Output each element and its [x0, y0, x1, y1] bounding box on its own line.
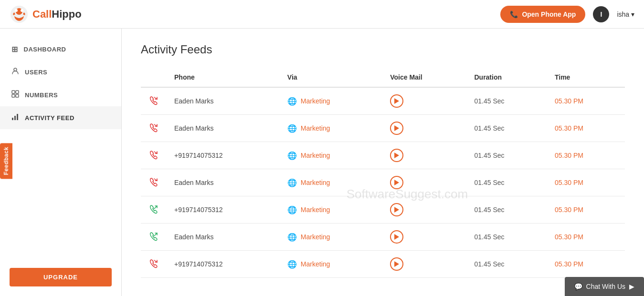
- via-label: Marketing: [301, 179, 330, 186]
- duration-cell: 01.45 Sec: [466, 251, 547, 278]
- voicemail-cell[interactable]: [382, 196, 466, 224]
- time-value: 05.30 PM: [555, 152, 583, 159]
- time-cell: 05.30 PM: [547, 169, 625, 196]
- via-cell: 🌐 Marketing: [280, 115, 382, 142]
- voicemail-cell[interactable]: [382, 142, 466, 169]
- sidebar-item-activity-feed[interactable]: ACTIVITY FEED: [0, 106, 121, 129]
- duration-cell: 01.45 Sec: [466, 142, 547, 169]
- via-cell: 🌐 Marketing: [280, 251, 382, 278]
- open-phone-button[interactable]: 📞 Open Phone App: [500, 6, 585, 23]
- phone-cell: +919714075312: [167, 142, 280, 169]
- globe-icon: 🌐: [287, 205, 297, 214]
- svg-marker-23: [394, 234, 399, 240]
- duration-value: 01.45 Sec: [474, 233, 504, 241]
- svg-marker-15: [394, 125, 399, 131]
- sidebar-item-users[interactable]: USERS: [0, 61, 121, 83]
- user-avatar: I: [593, 6, 609, 22]
- time-value: 05.30 PM: [555, 233, 583, 241]
- duration-value: 01.45 Sec: [474, 124, 504, 132]
- sidebar-label-numbers: NUMBERS: [25, 92, 58, 99]
- chat-icon: 💬: [574, 283, 582, 290]
- svg-point-3: [21, 9, 23, 12]
- duration-value: 01.45 Sec: [474, 260, 504, 268]
- svg-marker-25: [394, 261, 399, 267]
- via-cell: 🌐 Marketing: [280, 196, 382, 224]
- activity-table: Phone Via Voice Mail Duration Time: [141, 68, 625, 278]
- via-cell: 🌐 Marketing: [280, 87, 382, 115]
- globe-icon: 🌐: [287, 260, 297, 269]
- duration-cell: 01.45 Sec: [466, 169, 547, 196]
- time-cell: 05.30 PM: [547, 87, 625, 115]
- phone-cell: Eaden Marks: [167, 224, 280, 251]
- via-cell: 🌐 Marketing: [280, 169, 382, 196]
- svg-rect-5: [12, 91, 15, 93]
- call-type-cell: [141, 87, 167, 115]
- phone-cell: +919714075312: [167, 196, 280, 224]
- chat-arrow-icon: ▶: [629, 283, 634, 290]
- outgoing-call-icon: [148, 204, 159, 214]
- chat-button[interactable]: 💬 Chat With Us ▶: [565, 277, 644, 296]
- voicemail-cell[interactable]: [382, 87, 466, 115]
- col-header-phone: Phone: [167, 68, 280, 87]
- via-label: Marketing: [301, 260, 330, 268]
- sidebar-label-users: USERS: [25, 69, 47, 76]
- col-header-icon: [141, 68, 167, 87]
- globe-icon: 🌐: [287, 233, 297, 242]
- user-dropdown-arrow: ▾: [631, 10, 634, 18]
- voicemail-cell[interactable]: [382, 224, 466, 251]
- svg-marker-21: [394, 207, 399, 213]
- sidebar-label-dashboard: DASHBOARD: [24, 46, 66, 53]
- open-phone-label: Open Phone App: [522, 10, 576, 18]
- svg-rect-9: [12, 118, 13, 120]
- call-type-cell: [141, 169, 167, 196]
- play-button[interactable]: [390, 203, 403, 216]
- play-button[interactable]: [390, 257, 403, 271]
- incoming-call-icon: [148, 150, 159, 160]
- logo-text: CallHippo: [32, 8, 82, 20]
- play-button[interactable]: [390, 122, 403, 135]
- globe-icon: 🌐: [287, 151, 297, 160]
- col-header-voicemail: Voice Mail: [382, 68, 466, 87]
- time-value: 05.30 PM: [555, 97, 583, 105]
- user-name-dropdown[interactable]: isha ▾: [617, 10, 634, 18]
- play-button[interactable]: [390, 94, 403, 108]
- chat-label: Chat With Us: [586, 283, 625, 290]
- col-header-time: Time: [547, 68, 625, 87]
- via-label: Marketing: [301, 152, 330, 159]
- duration-value: 01.45 Sec: [474, 179, 504, 186]
- via-label: Marketing: [301, 124, 330, 132]
- sidebar-item-dashboard[interactable]: ⊞ DASHBOARD: [0, 38, 121, 61]
- call-type-cell: [141, 196, 167, 224]
- time-value: 05.30 PM: [555, 179, 583, 186]
- table-row: Eaden Marks 🌐 Marketing 01.45 Sec 05.30 …: [141, 115, 625, 142]
- duration-cell: 01.45 Sec: [466, 196, 547, 224]
- sidebar: ⊞ DASHBOARD USERS NUMBERS: [0, 29, 122, 296]
- user-initial: I: [600, 10, 602, 18]
- phone-cell: Eaden Marks: [167, 115, 280, 142]
- voicemail-cell[interactable]: [382, 115, 466, 142]
- logo: CallHippo: [10, 5, 82, 24]
- svg-marker-19: [394, 180, 399, 185]
- user-name: isha: [617, 10, 629, 18]
- upgrade-button[interactable]: UPGRADE: [10, 268, 112, 286]
- svg-marker-17: [394, 153, 399, 158]
- voicemail-cell[interactable]: [382, 251, 466, 278]
- users-icon: [11, 67, 19, 77]
- play-button[interactable]: [390, 149, 403, 162]
- table-row: +919714075312 🌐 Marketing 01.45 Sec 05.3…: [141, 142, 625, 169]
- svg-rect-7: [12, 94, 15, 97]
- voicemail-cell[interactable]: [382, 169, 466, 196]
- header: CallHippo 📞 Open Phone App I isha ▾: [0, 0, 644, 29]
- incoming-call-icon: [148, 177, 159, 187]
- phone-cell: Eaden Marks: [167, 87, 280, 115]
- via-label: Marketing: [301, 233, 330, 241]
- globe-icon: 🌐: [287, 178, 297, 187]
- call-type-cell: [141, 115, 167, 142]
- feedback-tab[interactable]: Feedback: [0, 143, 12, 179]
- play-button[interactable]: [390, 176, 403, 189]
- time-value: 05.30 PM: [555, 206, 583, 214]
- app-layout: ⊞ DASHBOARD USERS NUMBERS: [0, 29, 644, 296]
- table-row: Eaden Marks 🌐 Marketing 01.45 Sec 05.30 …: [141, 87, 625, 115]
- sidebar-item-numbers[interactable]: NUMBERS: [0, 83, 121, 106]
- play-button[interactable]: [390, 230, 403, 244]
